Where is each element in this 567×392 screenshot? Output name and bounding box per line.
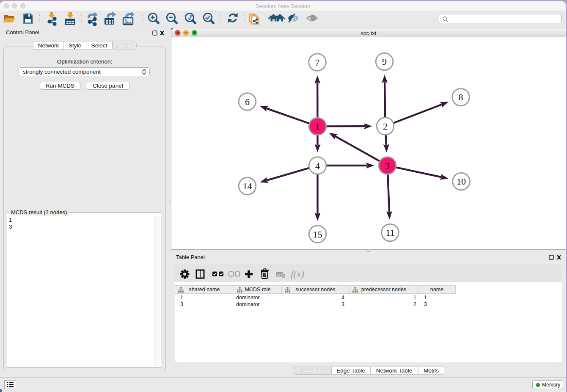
- svg-text:2: 2: [383, 121, 388, 132]
- svg-text:Node Table: Node Table: [297, 368, 326, 374]
- svg-text:3: 3: [385, 160, 390, 171]
- svg-text:7: 7: [315, 57, 320, 68]
- svg-text:11: 11: [385, 227, 394, 238]
- svg-text:8: 8: [459, 92, 463, 102]
- svg-text:4: 4: [315, 160, 320, 171]
- svg-text:MCDS: MCDS: [116, 42, 133, 49]
- svg-text:14: 14: [243, 181, 252, 191]
- svg-text:10: 10: [457, 176, 466, 187]
- svg-text:9: 9: [382, 56, 387, 67]
- svg-text:15: 15: [313, 229, 322, 240]
- svg-text:6: 6: [245, 97, 250, 107]
- svg-text:f(x): f(x): [291, 269, 304, 279]
- svg-text:1: 1: [315, 121, 320, 132]
